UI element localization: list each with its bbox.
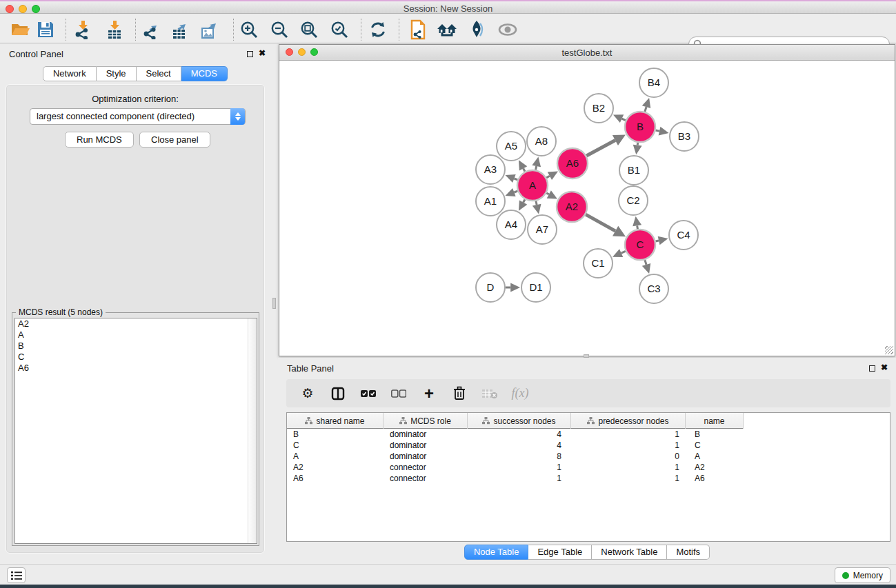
table-cell[interactable]: B — [686, 429, 744, 440]
resize-grip[interactable] — [885, 346, 893, 354]
column-header-name[interactable]: name — [686, 413, 744, 429]
table-cell[interactable]: dominator — [384, 451, 468, 462]
edge-B-B2[interactable] — [622, 119, 626, 120]
gear-icon[interactable]: ⚙ — [299, 385, 317, 403]
column-header-shared-name[interactable]: shared name — [287, 413, 384, 429]
table-cell[interactable]: C — [686, 440, 744, 451]
table-row[interactable]: A6connector11A6 — [287, 473, 744, 484]
export-network-icon[interactable] — [139, 18, 163, 41]
edge-B-B1[interactable] — [637, 143, 638, 145]
table-cell[interactable]: A2 — [686, 462, 744, 473]
node-table[interactable]: shared nameMCDS rolesuccessor nodesprede… — [286, 412, 890, 542]
save-session-icon[interactable] — [34, 18, 57, 41]
delete-column-icon[interactable] — [450, 385, 468, 403]
table-cell[interactable]: 1 — [468, 473, 571, 484]
table-cell[interactable]: A6 — [287, 473, 384, 484]
edge-A-A4[interactable] — [524, 199, 525, 202]
result-item[interactable]: A — [15, 330, 257, 341]
table-cell[interactable]: 1 — [571, 429, 686, 440]
import-network-icon[interactable] — [71, 18, 94, 41]
edge-A-A1[interactable] — [514, 191, 517, 192]
run-mcds-button[interactable]: Run MCDS — [65, 132, 134, 148]
import-table-icon[interactable] — [103, 18, 126, 41]
table-cell[interactable]: A2 — [287, 462, 384, 473]
zoom-fit-icon[interactable] — [297, 18, 321, 41]
split-divider-handle[interactable] — [272, 298, 276, 309]
edge-A-A3[interactable] — [514, 179, 517, 180]
tab-style[interactable]: Style — [97, 66, 137, 81]
table-cell[interactable]: 1 — [571, 440, 686, 451]
tab-select[interactable]: Select — [137, 66, 181, 81]
columns-icon[interactable] — [329, 385, 347, 403]
edge-A-A5[interactable] — [524, 168, 525, 171]
tab-network[interactable]: Network — [43, 66, 97, 81]
float-panel-icon[interactable] — [869, 365, 875, 372]
style-pen-icon[interactable] — [465, 18, 488, 41]
table-cell[interactable]: 1 — [571, 473, 686, 484]
edge-C-C1[interactable] — [621, 251, 626, 253]
table-cell[interactable]: connector — [384, 462, 468, 473]
export-image-icon[interactable] — [198, 18, 221, 41]
edge-C-C2[interactable] — [637, 225, 638, 229]
table-cell[interactable]: 4 — [468, 440, 571, 451]
network-canvas[interactable]: AA1A2A3A4A5A6A7A8BB1B2B3B4CC1C2C3C4DD1 — [279, 61, 895, 356]
table-row[interactable]: Bdominator41B — [287, 429, 744, 440]
refresh-layout-icon[interactable] — [366, 18, 390, 41]
edge-B-B3[interactable] — [655, 130, 659, 131]
table-cell[interactable]: A6 — [686, 473, 744, 484]
edge-A6-B[interactable] — [586, 141, 615, 156]
close-panel-icon[interactable]: ✖ — [259, 48, 266, 58]
network-window-titlebar[interactable]: testGlobe.txt — [279, 45, 895, 61]
open-file-icon[interactable] — [8, 18, 32, 41]
table-cell[interactable]: 0 — [571, 451, 686, 462]
column-header-predecessor-nodes[interactable]: predecessor nodes — [571, 413, 686, 429]
edge-C-C4[interactable] — [655, 241, 659, 241]
result-scrollbar[interactable] — [248, 318, 257, 543]
column-header-successor-nodes[interactable]: successor nodes — [468, 413, 571, 429]
mcds-result-list[interactable]: A2ABCA6 — [14, 318, 257, 544]
table-cell[interactable]: 1 — [571, 462, 686, 473]
export-table-icon[interactable] — [168, 18, 192, 41]
table-cell[interactable]: 4 — [468, 429, 571, 440]
table-row[interactable]: Adominator80A — [287, 451, 744, 462]
table-cell[interactable]: A — [287, 451, 384, 462]
tab-mcds[interactable]: MCDS — [181, 66, 228, 81]
edge-B-B4[interactable] — [645, 107, 646, 112]
table-row[interactable]: Cdominator41C — [287, 440, 744, 451]
table-cell[interactable]: A — [686, 451, 744, 462]
table-cell[interactable]: 8 — [468, 451, 571, 462]
memory-button[interactable]: Memory — [835, 567, 890, 583]
tab-motifs[interactable]: Motifs — [667, 545, 710, 560]
close-panel-icon[interactable]: ✖ — [881, 363, 888, 372]
result-item[interactable]: A2 — [15, 318, 257, 330]
ndex-home-icon[interactable] — [435, 18, 459, 41]
table-cell[interactable]: B — [287, 429, 384, 440]
table-cell[interactable]: 1 — [468, 462, 571, 473]
cyndex-icon[interactable] — [406, 18, 430, 41]
tab-node-table[interactable]: Node Table — [464, 545, 529, 560]
edge-A-A8[interactable] — [536, 166, 537, 170]
column-header-MCDS-role[interactable]: MCDS role — [384, 413, 468, 429]
network-graph[interactable]: AA1A2A3A4A5A6A7A8BB1B2B3B4CC1C2C3C4DD1 — [279, 61, 895, 356]
task-history-button[interactable] — [7, 567, 26, 583]
table-cell[interactable]: dominator — [384, 429, 468, 440]
result-item[interactable]: B — [15, 341, 257, 352]
float-panel-icon[interactable] — [247, 51, 253, 57]
zoom-selected-icon[interactable] — [328, 18, 351, 41]
zoom-in-icon[interactable] — [237, 18, 261, 41]
edge-A-A7[interactable] — [536, 201, 537, 205]
table-cell[interactable]: C — [287, 440, 384, 451]
add-column-icon[interactable]: + — [420, 385, 438, 403]
tab-edge-table[interactable]: Edge Table — [528, 545, 592, 560]
close-panel-button[interactable]: Close panel — [139, 132, 210, 148]
table-row[interactable]: A2connector11A2 — [287, 462, 744, 473]
edge-A2-C[interactable] — [586, 214, 615, 231]
zoom-out-icon[interactable] — [268, 18, 291, 41]
table-cell[interactable]: connector — [384, 473, 468, 484]
tab-network-table[interactable]: Network Table — [592, 545, 667, 560]
result-item[interactable]: C — [15, 352, 257, 363]
result-item[interactable]: A6 — [15, 363, 257, 374]
edge-A-A2[interactable] — [546, 193, 549, 194]
select-all-icon[interactable] — [359, 385, 377, 403]
criterion-select[interactable]: largest connected component (directed) — [30, 108, 246, 125]
